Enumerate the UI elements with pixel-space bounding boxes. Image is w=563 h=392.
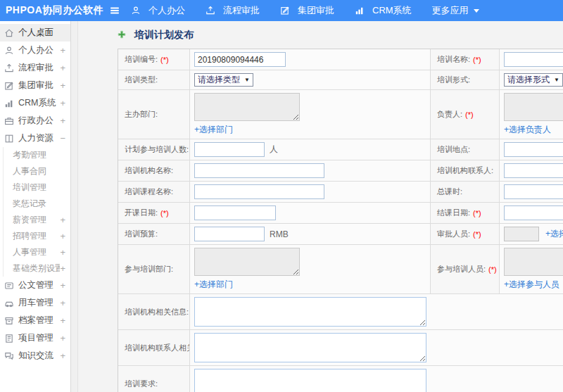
topnav-item[interactable]: CRM系统 <box>355 4 412 17</box>
sidebar-item[interactable]: 项目管理+ <box>0 329 70 347</box>
training-number-input[interactable] <box>194 52 286 67</box>
field-label: 培训地点: <box>431 139 500 160</box>
topnav-item[interactable]: 流程审批 <box>205 4 260 17</box>
leader-textarea[interactable] <box>504 93 563 121</box>
topnav-label: 流程审批 <box>223 4 260 17</box>
field-label: 培训机构联系人相关信息: <box>118 330 190 365</box>
select-participants-link[interactable]: +选择参与人员 <box>504 279 559 289</box>
sidebar-subitem[interactable]: 奖惩记录 <box>4 196 70 212</box>
approver-input[interactable] <box>504 227 539 241</box>
menu-toggle-icon[interactable] <box>110 6 120 15</box>
expand-toggle[interactable]: + <box>60 63 65 73</box>
join-department-textarea[interactable] <box>194 248 300 276</box>
expand-toggle[interactable]: + <box>60 350 65 361</box>
training-requirements-textarea[interactable] <box>194 369 426 392</box>
sidebar-item[interactable]: 人力资源− <box>0 129 70 147</box>
expand-toggle[interactable]: + <box>60 45 65 56</box>
sidebar-subitem[interactable]: 考勤管理 <box>4 147 70 163</box>
expand-toggle[interactable]: + <box>60 80 65 91</box>
expand-toggle[interactable]: − <box>60 133 65 144</box>
field-label: 培训编号:(*) <box>118 49 190 70</box>
training-location-input[interactable] <box>504 142 563 157</box>
host-department-textarea[interactable] <box>194 93 300 121</box>
sidebar-item[interactable]: 个人办公+ <box>0 42 70 59</box>
form-row: 培训机构名称:培训机构联系人: <box>118 160 563 182</box>
expand-toggle[interactable]: + <box>60 247 65 258</box>
field-label: 培训机构相关信息: <box>118 294 190 329</box>
topnav-item[interactable]: 更多应用 <box>432 4 479 17</box>
field-cell <box>190 330 563 365</box>
select-join-department-link[interactable]: +选择部门 <box>194 279 233 289</box>
topnav-item[interactable]: 集团审批 <box>280 4 334 17</box>
sidebar-scrollbar[interactable] <box>71 21 78 392</box>
sidebar-subitem[interactable]: 人事管理+ <box>4 244 70 260</box>
field-label: 培训形式: <box>431 70 500 89</box>
sidebar-item[interactable]: 个人桌面 <box>0 24 70 42</box>
training-name-input[interactable] <box>504 52 563 67</box>
sidebar-subitem[interactable]: 培训管理 <box>4 179 70 196</box>
sidebar-item[interactable]: 公文管理+ <box>0 277 70 294</box>
page-title-bar: 培训计划发布 <box>118 29 563 42</box>
sidebar-item[interactable]: 集团审批+ <box>0 77 70 94</box>
org-info-textarea[interactable] <box>194 297 426 327</box>
budget-input[interactable] <box>194 227 265 241</box>
expand-toggle[interactable]: + <box>60 333 65 343</box>
field-cell <box>500 139 563 160</box>
topnav-item[interactable]: 个人办公 <box>131 4 185 17</box>
field-label: 培训名称:(*) <box>431 49 500 70</box>
app-logo[interactable]: PHPOA协同办公软件 <box>6 4 104 17</box>
form-row: 培训要求: <box>118 366 563 392</box>
sidebar-item-label: 项目管理 <box>18 332 60 344</box>
training-type-select[interactable]: 请选择类型▼ <box>194 73 253 87</box>
field-label: 开课日期:(*) <box>118 203 190 223</box>
field-label: 培训预算: <box>118 224 190 244</box>
org-contact-info-textarea[interactable] <box>194 333 426 362</box>
sidebar-subitem[interactable]: 薪资管理+ <box>4 212 70 228</box>
field-cell: 人 <box>190 139 431 160</box>
form-row: 培训课程名称:总课时: <box>118 182 563 203</box>
sidebar-subitem[interactable]: 基础类别设置+ <box>4 260 70 277</box>
sidebar-item[interactable]: 用车管理+ <box>0 294 70 312</box>
field-label: 计划参与培训人数:(*) <box>118 139 190 160</box>
expand-toggle[interactable]: + <box>60 231 65 241</box>
sidebar-item[interactable]: 知识交流+ <box>0 347 70 365</box>
expand-toggle[interactable]: + <box>60 298 65 308</box>
sidebar: 个人桌面个人办公+流程审批+集团审批+CRM系统+行政办公+人力资源−考勤管理人… <box>0 21 71 392</box>
org-name-input[interactable] <box>194 163 324 178</box>
chevron-down-icon: ▼ <box>554 77 559 83</box>
participant-count-input[interactable] <box>194 142 265 157</box>
top-navigation: 个人办公流程审批集团审批CRM系统更多应用 <box>131 4 500 17</box>
start-date-input[interactable] <box>194 206 276 220</box>
sidebar-item[interactable]: 流程审批+ <box>0 59 70 77</box>
expand-toggle[interactable]: + <box>60 315 65 326</box>
end-date-input[interactable] <box>504 206 563 220</box>
form-row: 培训类型:请选择类型▼培训形式:请选择形式▼ <box>118 70 563 90</box>
select-approver-link[interactable]: +选择审批人员 <box>545 228 563 240</box>
course-name-input[interactable] <box>194 184 324 199</box>
expand-toggle[interactable]: + <box>60 215 65 225</box>
expand-toggle[interactable]: + <box>60 115 65 126</box>
org-contact-input[interactable] <box>504 163 563 178</box>
main-content: 培训计划发布 培训编号:(*)培训名称:(*)培训类型:请选择类型▼培训形式:请… <box>78 21 563 392</box>
sidebar-subitem-label: 薪资管理 <box>13 214 60 226</box>
sidebar-subitem[interactable]: 人事合同 <box>4 163 70 179</box>
training-form-select[interactable]: 请选择形式▼ <box>504 73 563 87</box>
sidebar-item[interactable]: 行政办公+ <box>0 112 70 129</box>
sidebar-subitem[interactable]: 招聘管理+ <box>4 228 70 244</box>
select-department-link[interactable]: +选择部门 <box>194 125 233 134</box>
total-hours-input[interactable] <box>504 184 563 199</box>
join-personnel-textarea[interactable] <box>504 248 563 276</box>
sidebar-item[interactable]: 档案管理+ <box>0 312 70 329</box>
field-label: 培训要求: <box>118 366 190 392</box>
expand-toggle[interactable]: + <box>60 263 65 274</box>
expand-toggle[interactable]: + <box>60 98 65 108</box>
sidebar-subitem-label: 招聘管理 <box>13 230 60 242</box>
field-cell: 请选择类型▼ <box>190 70 431 89</box>
expand-toggle[interactable]: + <box>60 280 65 291</box>
chevron-down-icon: ▼ <box>244 77 250 83</box>
sidebar-item[interactable]: CRM系统+ <box>0 94 70 112</box>
form-row: 参与培训部门:+选择部门参与培训人员:(*)+选择参与人员 <box>118 245 563 294</box>
app-shell: 个人桌面个人办公+流程审批+集团审批+CRM系统+行政办公+人力资源−考勤管理人… <box>0 21 563 392</box>
sidebar-item-label: 档案管理 <box>18 315 60 327</box>
select-leader-link[interactable]: +选择负责人 <box>504 125 551 134</box>
